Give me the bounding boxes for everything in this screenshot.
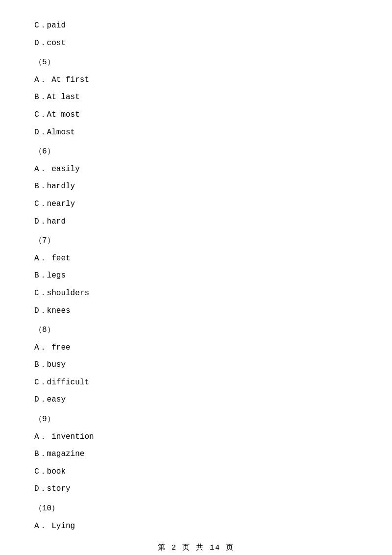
option-item: B．legs <box>34 270 358 282</box>
option-item: C．difficult <box>34 377 358 389</box>
option-item: A． easily <box>34 163 358 176</box>
option-item: A． free <box>34 342 358 354</box>
option-item: A． feet <box>34 252 358 265</box>
option-item: A． Lying <box>34 520 358 533</box>
option-item: B．hardly <box>34 180 358 193</box>
option-item: A． At first <box>34 74 358 87</box>
option-item: C．book <box>34 466 358 479</box>
option-item: D．hard <box>34 216 358 228</box>
footer-text: 第 2 页 共 14 页 <box>158 544 234 552</box>
option-item: C．At most <box>34 109 358 122</box>
question-number: （6） <box>34 146 358 158</box>
option-item: A． invention <box>34 431 358 444</box>
option-item: D．knees <box>34 305 358 318</box>
option-item: D．cost <box>34 37 358 50</box>
question-number: （5） <box>34 56 358 69</box>
option-item: C．shoulders <box>34 287 358 300</box>
option-item: B．magazine <box>34 448 358 461</box>
option-item: C．nearly <box>34 198 358 211</box>
option-item: D．Almost <box>34 126 358 139</box>
option-item: B．At last <box>34 91 358 104</box>
main-content: C．paidD．cost（5）A． At firstB．At lastC．At … <box>0 0 392 555</box>
option-item: D．story <box>34 483 358 496</box>
question-number: （10） <box>34 503 358 515</box>
page-footer: 第 2 页 共 14 页 <box>0 543 392 552</box>
question-number: （9） <box>34 413 358 426</box>
question-number: （7） <box>34 235 358 248</box>
question-number: （8） <box>34 324 358 337</box>
option-item: B．busy <box>34 359 358 372</box>
option-item: C．paid <box>34 20 358 32</box>
option-item: D．easy <box>34 394 358 406</box>
